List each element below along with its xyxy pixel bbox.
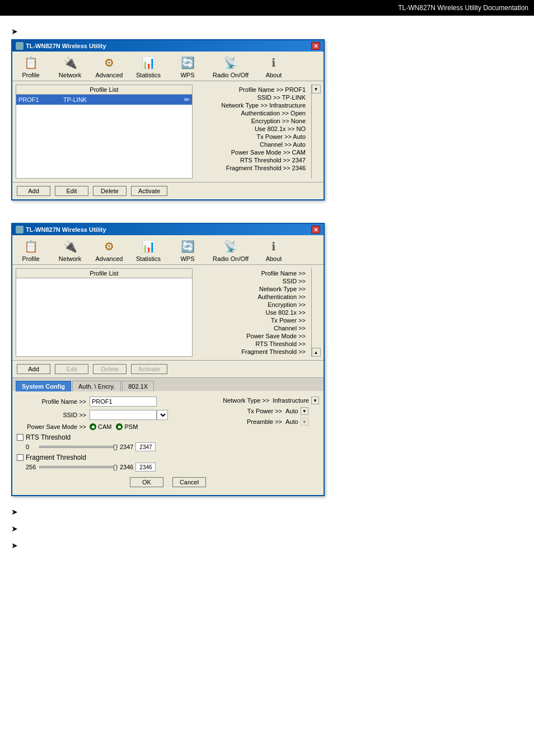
tab-8021x[interactable]: 802.1X bbox=[122, 381, 154, 391]
rts-checkbox[interactable] bbox=[17, 434, 24, 441]
toolbar-network-1[interactable]: 🔌 Network bbox=[56, 54, 84, 78]
dialog-1-title: TL-WN827N Wireless Utility bbox=[26, 43, 106, 49]
rts-checkbox-row: RTS Threshold bbox=[17, 433, 202, 441]
toolbar-radio-label-1: Radio On/Off bbox=[213, 72, 249, 78]
frag-slider[interactable] bbox=[39, 466, 118, 468]
empty-detail-8: Power Save Mode >> bbox=[198, 332, 306, 340]
dialog-2-close[interactable]: ✕ bbox=[311, 226, 320, 234]
profile-icon-2: 📋 bbox=[22, 237, 40, 255]
profile-icon-1: 📋 bbox=[22, 54, 40, 72]
bullet-arrow-2: ➤ bbox=[11, 507, 523, 516]
toolbar-about-1[interactable]: ℹ About bbox=[260, 54, 288, 78]
empty-detail-10: Fragment Threshold >> bbox=[198, 348, 306, 356]
dialog-2: TL-WN827N Wireless Utility ✕ 📋 Profile 🔌… bbox=[11, 223, 325, 496]
ok-button[interactable]: OK bbox=[130, 477, 163, 487]
psm-label: PSM bbox=[124, 423, 138, 430]
toolbar-profile-label-1: Profile bbox=[22, 72, 39, 78]
bullet-arrow-4: ➤ bbox=[11, 541, 523, 550]
activate-button-1[interactable]: Activate bbox=[131, 186, 167, 196]
detail-3: Authentication >> Open bbox=[198, 109, 306, 117]
add-button-2[interactable]: Add bbox=[17, 364, 50, 374]
toolbar-network-2[interactable]: 🔌 Network bbox=[56, 237, 84, 262]
detail-1: SSID >> TP-LINK bbox=[198, 94, 306, 101]
delete-button-1[interactable]: Delete bbox=[93, 186, 127, 196]
toolbar-wps-1[interactable]: 🔄 WPS bbox=[174, 54, 202, 78]
rts-slider[interactable] bbox=[39, 446, 118, 448]
profile-details-1: Profile Name >> PROF1 SSID >> TP-LINK Ne… bbox=[196, 85, 308, 179]
toolbar-profile-label-2: Profile bbox=[22, 255, 39, 262]
radio-icon-1: 📡 bbox=[222, 54, 240, 72]
network-type-dropdown[interactable]: Infrastructure ▼ bbox=[273, 396, 319, 404]
advanced-icon-1: ⚙ bbox=[100, 54, 118, 72]
tx-power-dropdown[interactable]: Auto ▼ bbox=[285, 407, 308, 415]
empty-detail-6: Tx Power >> bbox=[198, 316, 306, 324]
rts-max-label: 2347 bbox=[120, 444, 133, 450]
profile-list-2: Profile List bbox=[16, 268, 193, 357]
tab-system-config[interactable]: System Config bbox=[16, 381, 71, 391]
profile-name-cell-1: PROF1 bbox=[18, 96, 63, 103]
network-type-label: Network Type >> bbox=[213, 397, 273, 404]
tx-power-arrow[interactable]: ▼ bbox=[301, 407, 308, 415]
cam-radio-dot bbox=[90, 423, 96, 430]
toolbar-profile-1[interactable]: 📋 Profile bbox=[17, 54, 45, 78]
detail-8: Power Save Mode >> CAM bbox=[198, 148, 306, 156]
titlebar-icon-1 bbox=[16, 42, 24, 50]
network-type-arrow[interactable]: ▼ bbox=[311, 396, 319, 404]
bullet-arrow-1: ➤ bbox=[11, 27, 523, 36]
form-area: Profile Name >> SSID >> ▼ bbox=[12, 391, 324, 495]
profile-list-header-1: Profile List bbox=[16, 85, 192, 95]
toolbar-radio-1[interactable]: 📡 Radio On/Off bbox=[213, 54, 249, 78]
scroll-down-1[interactable]: ▼ bbox=[312, 85, 321, 94]
preamble-dropdown[interactable]: Auto ▼ bbox=[285, 418, 308, 426]
activate-button-2: Activate bbox=[131, 364, 167, 374]
frag-checkbox[interactable] bbox=[17, 454, 24, 461]
statistics-icon-1: 📊 bbox=[139, 54, 157, 72]
frag-label: Fragment Threshold bbox=[26, 454, 86, 461]
toolbar-network-label-2: Network bbox=[59, 255, 81, 262]
toolbar-statistics-label-2: Statistics bbox=[136, 255, 161, 262]
preamble-row: Preamble >> Auto ▼ bbox=[213, 418, 319, 426]
toolbar-advanced-1[interactable]: ⚙ Advanced bbox=[95, 54, 123, 78]
dialog-1-close[interactable]: ✕ bbox=[311, 42, 320, 50]
dialog-1-titlebar: TL-WN827N Wireless Utility ✕ bbox=[12, 40, 324, 52]
cam-radio-inner bbox=[92, 426, 95, 428]
radio-icon-2: 📡 bbox=[222, 237, 240, 255]
scroll-up-2[interactable]: ▲ bbox=[312, 348, 321, 357]
empty-detail-7: Channel >> bbox=[198, 324, 306, 332]
right-form: Network Type >> Infrastructure ▼ Tx Powe… bbox=[207, 396, 319, 474]
cancel-button[interactable]: Cancel bbox=[172, 477, 206, 487]
dialog-2-toolbar: 📋 Profile 🔌 Network ⚙ Advanced 📊 Statist… bbox=[12, 235, 324, 265]
profile-list-1: Profile List PROF1 TP-LINK ✏ bbox=[16, 85, 193, 179]
preamble-arrow[interactable]: ▼ bbox=[301, 418, 308, 426]
add-button-1[interactable]: Add bbox=[17, 186, 50, 196]
empty-detail-1: SSID >> bbox=[198, 277, 306, 285]
empty-detail-4: Encryption >> bbox=[198, 301, 306, 309]
toolbar-statistics-1[interactable]: 📊 Statistics bbox=[134, 54, 162, 78]
edit-button-1[interactable]: Edit bbox=[55, 186, 88, 196]
toolbar-advanced-2[interactable]: ⚙ Advanced bbox=[95, 237, 123, 262]
psm-radio-label[interactable]: PSM bbox=[116, 423, 138, 430]
toolbar-profile-2[interactable]: 📋 Profile bbox=[17, 237, 45, 262]
tabs-container: System Config Auth. \ Encry. 802.1X bbox=[12, 377, 324, 391]
toolbar-wps-2[interactable]: 🔄 WPS bbox=[174, 237, 202, 262]
detail-9: RTS Threshold >> 2347 bbox=[198, 156, 306, 164]
ssid-input[interactable] bbox=[90, 410, 157, 420]
empty-detail-2: Network Type >> bbox=[198, 285, 306, 293]
rts-label: RTS Threshold bbox=[26, 433, 71, 441]
toolbar-about-2[interactable]: ℹ About bbox=[260, 237, 288, 262]
bullet-arrow-3: ➤ bbox=[11, 524, 523, 533]
ssid-dropdown[interactable]: ▼ bbox=[157, 410, 168, 420]
frag-checkbox-row: Fragment Threshold bbox=[17, 454, 202, 461]
rts-slider-row: 0 2347 2347 bbox=[26, 442, 202, 451]
toolbar-statistics-2[interactable]: 📊 Statistics bbox=[134, 237, 162, 262]
toolbar-advanced-label-1: Advanced bbox=[96, 72, 123, 78]
toolbar-radio-2[interactable]: 📡 Radio On/Off bbox=[213, 237, 249, 262]
cam-radio-label[interactable]: CAM bbox=[90, 423, 111, 430]
tab-auth-encry[interactable]: Auth. \ Encry. bbox=[72, 381, 121, 391]
network-type-value: Infrastructure bbox=[273, 397, 311, 404]
toolbar-network-label-1: Network bbox=[59, 72, 81, 78]
form-ssid-row: SSID >> ▼ bbox=[17, 410, 202, 420]
profile-row-1[interactable]: PROF1 TP-LINK ✏ bbox=[16, 95, 192, 105]
rts-min-label: 0 bbox=[26, 444, 37, 450]
profile-name-input[interactable] bbox=[90, 396, 157, 407]
